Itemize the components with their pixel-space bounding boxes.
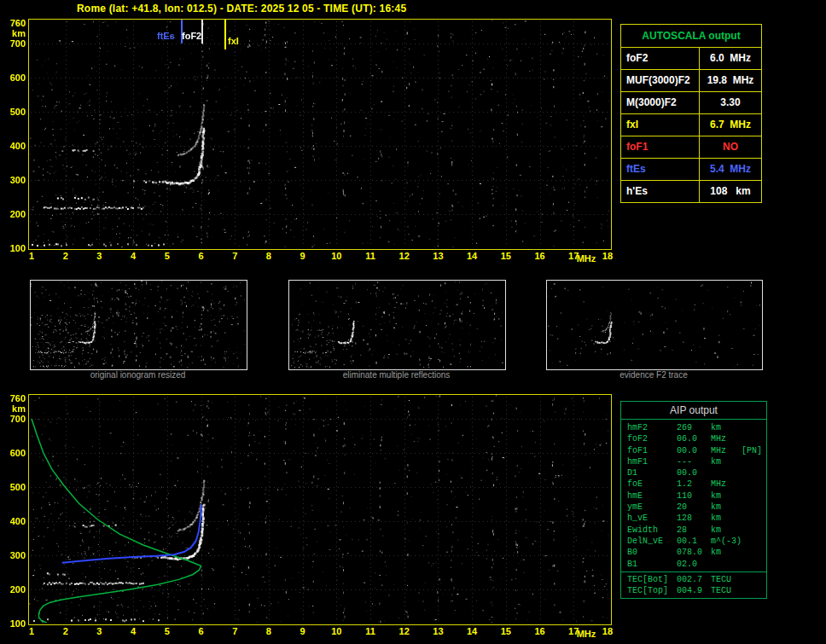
y-tick-label: 760 <box>3 393 26 403</box>
aip-param: B1 <box>621 559 677 570</box>
aip-extra <box>742 479 766 490</box>
aip-row: hmF2269km <box>621 422 766 433</box>
autoscala-value: 19.8 MHz <box>700 70 761 91</box>
x-tick-label: 13 <box>428 626 447 636</box>
aip-extra <box>742 574 766 585</box>
aip-row: hmF1---km <box>621 456 766 467</box>
aip-unit: TECU <box>711 574 742 585</box>
thumbnail-eliminate-reflections-canvas <box>289 281 503 368</box>
aip-value: 1.2 <box>677 479 711 490</box>
y-tick-label: 500 <box>3 482 26 492</box>
aip-param: TEC[Bot] <box>621 574 677 585</box>
x-tick-label: 5 <box>158 251 177 261</box>
aip-row: Ewidth28km <box>621 525 766 536</box>
aip-param: Ewidth <box>621 525 677 536</box>
aip-row: ymE20km <box>621 502 766 513</box>
y-tick-label: 300 <box>3 550 26 560</box>
aip-param: hmE <box>621 490 677 502</box>
aip-row: hmE110km <box>621 490 766 502</box>
x-tick-label: 7 <box>225 626 244 636</box>
x-tick-label: 3 <box>90 626 108 636</box>
x-tick-label: 9 <box>294 626 312 636</box>
aip-param: foE <box>621 479 677 490</box>
x-tick-label: 16 <box>531 626 550 636</box>
x-tick-label: 12 <box>395 626 414 636</box>
x-tick-label: 6 <box>192 251 211 261</box>
aip-value: 078.0 <box>677 547 711 558</box>
y-tick-label: 300 <box>3 175 26 185</box>
x-tick-label: 2 <box>56 251 75 261</box>
x-tick-label: 1 <box>22 626 41 636</box>
x-tick-label: 18 <box>598 626 617 636</box>
aip-row: B102.0 <box>621 559 766 570</box>
autoscala-param: M(3000)F2 <box>621 92 700 113</box>
aip-row: B0078.0km <box>621 547 766 558</box>
recorded-ionogram-plot <box>28 19 612 250</box>
autoscala-param: ftEs <box>621 159 700 180</box>
autoscala-row: foF26.0 MHz <box>621 48 761 70</box>
aip-row: foF100.0MHz[PN] <box>621 445 766 456</box>
x-tick-label: 12 <box>395 251 414 261</box>
aip-value: 28 <box>677 525 711 536</box>
aip-unit: km <box>711 525 742 536</box>
aip-output-rows: hmF2269kmfoF206.0MHzfoF100.0MHz[PN]hmF1-… <box>621 420 766 571</box>
autoscala-row: M(3000)F23.30 <box>621 92 761 114</box>
autoscala-value: NO <box>700 136 761 158</box>
autoscala-param: foF2 <box>621 48 700 69</box>
x-tick-label: 7 <box>225 251 244 261</box>
thumbnail-evidence-f2-trace-canvas <box>547 281 760 368</box>
x-tick-label: 9 <box>294 251 312 261</box>
aip-unit: km <box>711 513 742 524</box>
recorded-ionogram-canvas <box>29 20 609 247</box>
x-tick-label: 2 <box>56 626 75 636</box>
x-tick-label: 15 <box>497 626 515 636</box>
x-tick-label: 14 <box>462 251 481 261</box>
aip-extra <box>742 559 766 570</box>
autoscala-output-table: AUTOSCALA output foF26.0 MHzMUF(3000)F21… <box>620 24 762 203</box>
y-axis-unit: km <box>3 403 26 414</box>
autoscala-row: MUF(3000)F219.8 MHz <box>621 70 761 92</box>
thumbnail-original-ionogram-canvas <box>31 281 245 368</box>
y-tick-label: 700 <box>3 38 26 49</box>
y-tick-label: 200 <box>3 584 26 595</box>
marker-label-ftes: ftEs <box>157 31 175 41</box>
aip-unit: MHz <box>711 479 742 490</box>
marker-label-fof2: foF2 <box>182 31 201 41</box>
aip-param: h_vE <box>621 513 677 524</box>
aip-extra <box>742 490 766 502</box>
x-tick-label: 4 <box>124 251 143 261</box>
aip-extra <box>742 433 766 444</box>
y-tick-label: 500 <box>3 107 26 117</box>
y-tick-label: 400 <box>3 516 26 526</box>
autoscala-param: foF1 <box>621 136 700 158</box>
aip-extra <box>742 422 766 433</box>
x-axis-unit: MHz <box>573 253 599 264</box>
aip-extra <box>742 467 766 479</box>
x-tick-label: 3 <box>90 251 108 261</box>
autoscala-value: 6.0 MHz <box>700 48 761 69</box>
x-tick-label: 11 <box>361 251 380 261</box>
autoscala-row: h'Es108 km <box>621 181 761 202</box>
aip-tec-row: TEC[Bot]002.7TECU <box>621 574 766 585</box>
autoscala-row: foF1NO <box>621 136 761 159</box>
thumbnail-caption: evidence F2 trace <box>546 370 761 380</box>
aip-unit: km <box>711 547 742 558</box>
marker-label-fxi: fxI <box>228 36 239 46</box>
x-tick-label: 13 <box>428 251 447 261</box>
aip-unit: km <box>711 456 742 467</box>
y-tick-label: 600 <box>3 73 26 83</box>
aip-unit <box>711 467 742 479</box>
aip-output-table: AIP output hmF2269kmfoF206.0MHzfoF100.0M… <box>620 401 767 599</box>
aip-extra <box>742 513 766 524</box>
aip-output-header: AIP output <box>621 402 766 420</box>
autoscala-output-header: AUTOSCALA output <box>621 25 761 48</box>
aip-value: 110 <box>677 490 711 502</box>
aip-value: 06.0 <box>677 433 711 444</box>
profile-ionogram-canvas <box>29 395 609 623</box>
autoscala-value: 108 km <box>700 181 761 202</box>
aip-unit: km <box>711 422 742 433</box>
x-tick-label: 14 <box>462 626 481 636</box>
thumbnail-eliminate-reflections <box>288 280 506 370</box>
x-tick-label: 1 <box>22 251 41 261</box>
aip-value: 00.1 <box>677 536 711 547</box>
